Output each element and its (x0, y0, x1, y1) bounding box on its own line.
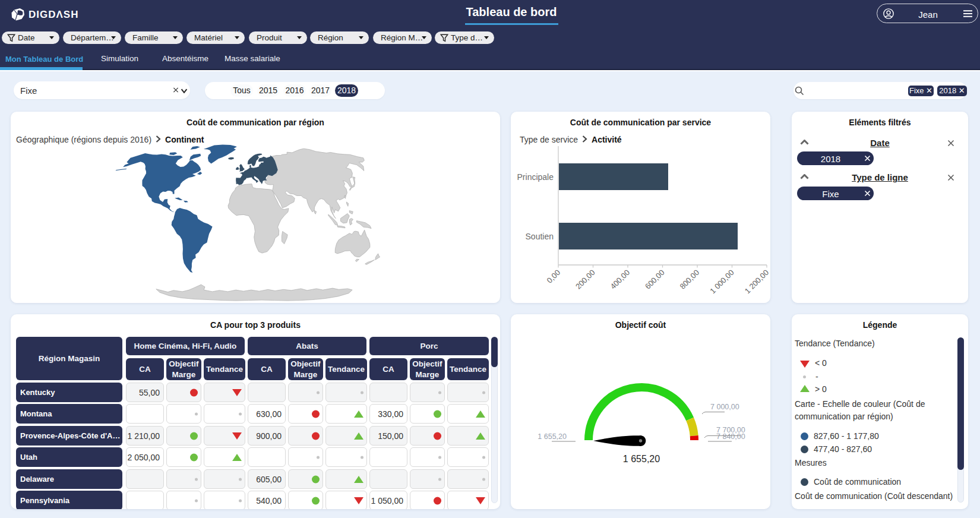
svg-text:600,00: 600,00 (643, 268, 666, 291)
svg-text:7 000,00: 7 000,00 (710, 403, 739, 411)
svg-text:400,00: 400,00 (608, 268, 631, 291)
svg-text:200,00: 200,00 (574, 268, 597, 291)
svg-text:800,00: 800,00 (678, 268, 701, 291)
svg-text:1 655,20: 1 655,20 (623, 454, 660, 464)
svg-text:1 200,00: 1 200,00 (743, 268, 770, 295)
svg-text:Soutien: Soutien (526, 232, 554, 241)
svg-text:7 840,00: 7 840,00 (716, 432, 745, 441)
svg-text:Principale: Principale (517, 172, 554, 182)
svg-text:0,00: 0,00 (545, 268, 562, 285)
svg-text:1 655,20: 1 655,20 (538, 432, 567, 441)
svg-text:1 000,00: 1 000,00 (708, 268, 735, 295)
